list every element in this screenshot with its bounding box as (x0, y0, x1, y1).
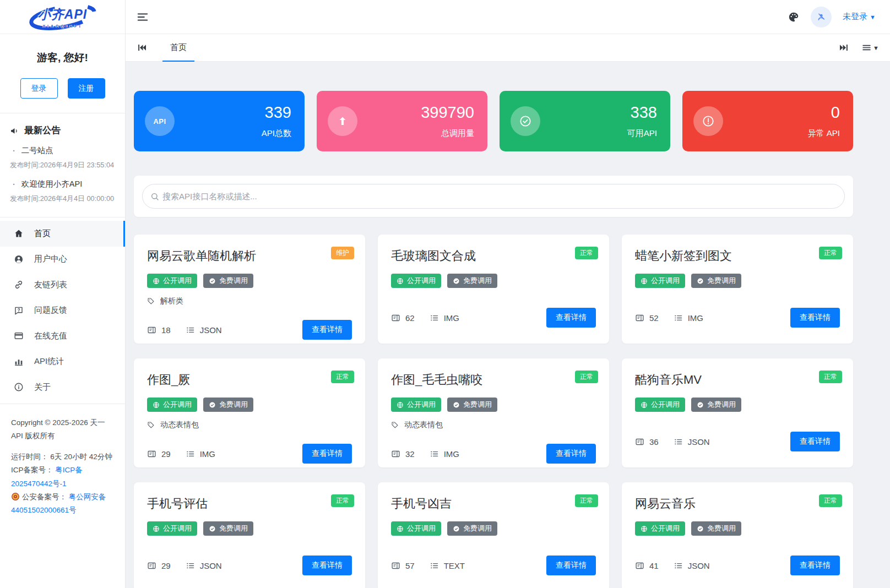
list-icon (430, 561, 439, 570)
globe-icon (397, 401, 404, 409)
api-card-title: 蜡笔小新签到图文 (635, 248, 840, 264)
view-details-button[interactable]: 查看详情 (546, 444, 596, 464)
sidebar-item-about[interactable]: 关于 (0, 374, 125, 400)
chevron-down-icon: ▼ (873, 45, 879, 51)
view-details-button[interactable]: 查看详情 (790, 432, 840, 451)
nav-label: 用户中心 (34, 254, 67, 264)
tabs-options-menu[interactable]: ▼ (861, 42, 879, 53)
call-count: 29 (147, 449, 171, 459)
announcement-title[interactable]: 欢迎使用小齐API (21, 179, 82, 189)
theme-palette-icon[interactable] (788, 11, 800, 23)
api-card-title: 毛玻璃图文合成 (391, 248, 596, 264)
api-card: 手机号凶吉 正常 公开调用 免费调用 57 TEXT 查看详情 (378, 482, 609, 588)
police-badge-icon (11, 492, 20, 501)
tab-label: 首页 (170, 42, 187, 53)
api-card: 作图_毛毛虫嘴咬 正常 公开调用 免费调用 动态表情包 32 IMG 查看详情 (378, 358, 609, 467)
announcement-title[interactable]: 二号站点 (21, 145, 53, 156)
globe-icon (153, 525, 160, 532)
register-button[interactable]: 注册 (68, 78, 105, 99)
view-details-button[interactable]: 查看详情 (790, 308, 840, 328)
public-call-tag: 公开调用 (635, 274, 685, 288)
api-card: 网易云音乐 正常 公开调用 免费调用 41 JSON 查看详情 (622, 482, 853, 588)
user-status-dropdown[interactable]: 未登录 ▼ (843, 12, 876, 22)
sidebar-item-recharge[interactable]: 在线充值 (0, 323, 125, 349)
search-section (134, 176, 853, 217)
call-count: 41 (635, 561, 659, 570)
hamburger-menu-icon[interactable] (135, 10, 150, 24)
nav-label: API统计 (34, 356, 64, 367)
sidebar-item-friend-links[interactable]: 友链列表 (0, 272, 125, 298)
api-card: 酷狗音乐MV 正常 公开调用 免费调用 36 JSON 查看详情 (622, 358, 853, 467)
view-details-button[interactable]: 查看详情 (790, 556, 840, 575)
category-row: 解析类 (147, 296, 352, 306)
free-call-tag: 免费调用 (447, 521, 497, 536)
info-icon (14, 382, 24, 392)
sidebar-item-home[interactable]: 首页 (0, 221, 125, 247)
link-icon (14, 280, 24, 290)
check-badge-icon (209, 277, 216, 285)
view-details-button[interactable]: 查看详情 (302, 320, 352, 340)
copyright-text: Copyright © 2025-2026 天一API 版权所有 (11, 416, 114, 443)
tabs-scroll-right-icon[interactable] (839, 42, 849, 53)
call-count: 52 (635, 313, 659, 323)
user-status-text: 未登录 (843, 12, 867, 22)
list-icon (674, 313, 683, 323)
avatar[interactable] (811, 7, 832, 28)
announcement-time: 发布时间:2026年4月9日 23:55:04 (10, 161, 115, 170)
call-count: 57 (391, 561, 415, 570)
tab-home[interactable]: 首页 (162, 34, 194, 61)
check-badge-icon (697, 525, 704, 532)
sidebar-item-user-center[interactable]: 用户中心 (0, 247, 125, 273)
public-call-tag: 公开调用 (147, 521, 197, 536)
list-icon (186, 561, 195, 570)
api-card-title: 作图_毛毛虫嘴咬 (391, 372, 596, 388)
sidebar-item-feedback[interactable]: 问题反馈 (0, 298, 125, 324)
sidebar-item-api-stats[interactable]: API统计 (0, 349, 125, 375)
view-details-button[interactable]: 查看详情 (302, 556, 352, 575)
calls-icon (391, 561, 400, 570)
nav-label: 友链列表 (34, 280, 67, 290)
top-header: 未登录 ▼ (126, 0, 890, 34)
stat-value: 338 (627, 104, 657, 122)
public-call-tag: 公开调用 (635, 521, 685, 536)
check-badge-icon (209, 401, 216, 409)
call-count: 18 (147, 325, 171, 335)
call-count: 36 (635, 437, 659, 447)
sidebar-footer: Copyright © 2025-2026 天一API 版权所有 运行时间： 6… (0, 404, 125, 530)
free-call-tag: 免费调用 (203, 274, 253, 288)
tabs-scroll-left-icon[interactable] (137, 42, 147, 53)
chevron-down-icon: ▼ (870, 14, 876, 20)
public-call-tag: 公开调用 (391, 398, 441, 412)
feedback-icon (14, 306, 24, 315)
announcement-time: 发布时间:2026年4月4日 00:00:00 (10, 194, 115, 204)
login-button[interactable]: 登录 (20, 78, 58, 99)
calls-icon (635, 437, 644, 447)
logo-area[interactable]: 小齐API XIAOQIAPI (0, 0, 125, 34)
check-badge-icon (697, 277, 704, 285)
view-details-button[interactable]: 查看详情 (546, 556, 596, 575)
list-icon (674, 561, 683, 570)
search-input[interactable] (161, 191, 841, 202)
logo-text: 小齐API (38, 6, 87, 23)
api-card-title: 酷狗音乐MV (635, 372, 840, 388)
alert-circle-icon (702, 115, 715, 128)
call-count: 32 (391, 449, 415, 459)
status-badge: 维护 (331, 247, 354, 259)
tag-icon (147, 421, 155, 429)
category-row: 动态表情包 (391, 420, 596, 430)
calls-icon (391, 313, 400, 323)
free-call-tag: 免费调用 (203, 521, 253, 536)
bar-chart-icon (14, 357, 24, 367)
calls-icon (391, 449, 400, 459)
view-details-button[interactable]: 查看详情 (546, 308, 596, 328)
call-count: 29 (147, 561, 171, 570)
category-row: 动态表情包 (147, 420, 352, 430)
view-details-button[interactable]: 查看详情 (302, 444, 352, 464)
announcement-item[interactable]: ·二号站点 发布时间:2026年4月9日 23:55:04 (10, 145, 115, 170)
nav-label: 关于 (34, 382, 51, 393)
announcement-item[interactable]: ·欢迎使用小齐API 发布时间:2026年4月4日 00:00:00 (10, 179, 115, 204)
stat-card-available-api: 338 可用API (500, 91, 670, 151)
stat-card-abnormal-api: 0 异常 API (682, 91, 853, 151)
check-circle-icon (519, 115, 532, 128)
status-badge: 正常 (575, 371, 598, 383)
